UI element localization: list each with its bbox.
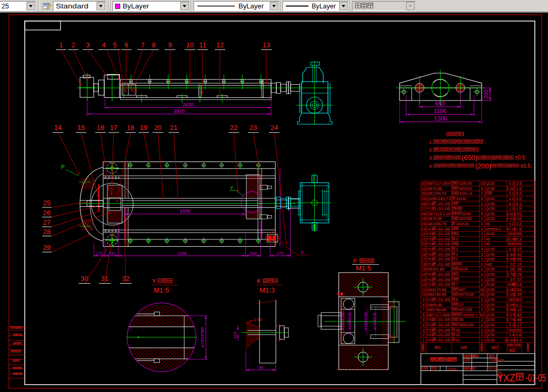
svg-text:172: 172	[96, 251, 103, 256]
svg-text:ø15: ø15	[233, 331, 237, 339]
svg-text:1300: 1300	[434, 115, 447, 122]
svg-text:45: 45	[486, 222, 490, 226]
svg-text:5: 5	[456, 237, 458, 242]
svg-text:12: 12	[216, 41, 224, 49]
svg-text:-01-05: -01-05	[525, 372, 546, 384]
svg-text:Q235: Q235	[486, 216, 495, 221]
svg-text:Q235: Q235	[486, 313, 495, 317]
svg-text:50: 50	[459, 317, 463, 322]
svg-text:0.3: 0.3	[516, 181, 521, 186]
svg-text:5: 5	[423, 317, 425, 322]
svg-text:28: 28	[43, 228, 51, 236]
svg-text:1: 1	[481, 257, 483, 262]
svg-text:0.01: 0.01	[507, 216, 514, 221]
svg-text:3.: 3.	[429, 155, 433, 160]
svg-text:26: 26	[43, 209, 51, 217]
svg-text:11: 11	[199, 41, 206, 49]
svg-text:M1:3: M1:3	[260, 286, 275, 294]
svg-text:Standard: Standard	[56, 3, 88, 10]
svg-text:15: 15	[422, 267, 426, 272]
svg-text:12: 12	[517, 262, 521, 267]
svg-text:P: P	[353, 258, 357, 264]
svg-text:3.75: 3.75	[514, 272, 521, 277]
svg-text:3293: 3293	[448, 367, 456, 371]
svg-text:GB1154-74: GB1154-74	[426, 191, 446, 196]
svg-text:259: 259	[508, 232, 514, 236]
svg-text:1.0: 1.0	[509, 196, 514, 201]
svg-text:9: 9	[423, 297, 425, 302]
svg-text:0.28: 0.28	[507, 186, 514, 191]
svg-text:1:50: 1:50	[254, 317, 262, 322]
svg-text:-01-05: -01-05	[436, 317, 450, 322]
svg-text:Q235: Q235	[486, 252, 495, 257]
svg-text:14: 14	[422, 272, 426, 277]
svg-text:29: 29	[422, 196, 426, 201]
svg-text:26: 26	[422, 212, 426, 216]
svg-text:K: K	[301, 250, 304, 255]
svg-text:1: 1	[481, 277, 483, 282]
svg-text:2: 2	[481, 303, 483, 307]
svg-text:Q235: Q235	[486, 323, 495, 327]
svg-text:02: 02	[456, 333, 460, 337]
svg-text:-01-05: -01-05	[436, 257, 450, 262]
svg-text:0.15: 0.15	[507, 292, 514, 297]
svg-text:2630: 2630	[183, 102, 194, 107]
svg-text:2: 2	[481, 307, 483, 312]
svg-text:17: 17	[422, 257, 426, 262]
svg-text:ByLayer: ByLayer	[238, 3, 264, 10]
svg-text:22: 22	[230, 124, 237, 132]
svg-text:20: 20	[154, 124, 162, 132]
svg-text:50: 50	[480, 313, 484, 317]
svg-text:1.: 1.	[429, 139, 433, 145]
svg-text:GB75-85: GB75-85	[426, 216, 442, 221]
svg-text:7: 7	[423, 307, 425, 312]
svg-text:1.4: 1.4	[509, 333, 514, 337]
svg-text:0.01: 0.01	[514, 216, 521, 221]
svg-text:GB5780-86: GB5780-86	[426, 307, 446, 312]
svg-text:1: 1	[423, 338, 425, 343]
svg-text:31: 31	[422, 186, 426, 191]
svg-text:1.5: 1.5	[509, 206, 514, 211]
svg-text:ByLayer: ByLayer	[312, 3, 336, 10]
svg-text:2.: 2.	[429, 147, 433, 153]
svg-text:Q235: Q235	[486, 202, 495, 206]
svg-text:GB/T117-2000: GB/T117-2000	[426, 181, 451, 186]
svg-text:-01-05: -01-05	[436, 277, 450, 282]
svg-text:6.1: 6.1	[516, 202, 521, 206]
svg-text:1: 1	[481, 206, 483, 211]
svg-text:0.74: 0.74	[507, 317, 514, 322]
svg-text:Q235: Q235	[486, 307, 495, 312]
svg-text:90: 90	[258, 365, 263, 370]
svg-text:-01-05: -01-05	[436, 282, 450, 287]
svg-text:1: 1	[481, 272, 483, 277]
svg-text:2.34: 2.34	[514, 292, 521, 297]
svg-text:0.3: 0.3	[509, 191, 514, 196]
svg-text:-01-05: -01-05	[436, 338, 450, 343]
svg-text:1935: 1935	[180, 208, 191, 214]
svg-text:(650): (650)	[462, 154, 477, 162]
svg-text:-01-05: -01-05	[436, 206, 450, 211]
svg-text:(200): (200)	[475, 162, 491, 170]
svg-text:5: 5	[113, 41, 116, 49]
svg-text:M50X160: M50X160	[459, 323, 474, 327]
svg-text:30: 30	[422, 191, 426, 196]
svg-text:28: 28	[510, 267, 514, 272]
svg-text:830.5: 830.5	[512, 282, 521, 287]
svg-text:19: 19	[422, 247, 426, 252]
svg-text:2: 2	[481, 282, 483, 287]
svg-text:0.22: 0.22	[514, 247, 521, 252]
svg-text:M20X20: M20X20	[459, 186, 472, 191]
svg-text:13: 13	[422, 277, 426, 282]
svg-text:1.42: 1.42	[507, 252, 514, 257]
svg-text:3.0: 3.0	[516, 196, 521, 201]
svg-text:ZG35: ZG35	[486, 338, 495, 343]
svg-text:Q/ZB1183-73: Q/ZB1183-73	[426, 196, 451, 201]
svg-text:-01-05: -01-05	[436, 262, 450, 267]
svg-text:16: 16	[480, 292, 484, 297]
svg-text:18: 18	[127, 124, 134, 132]
svg-text:0.27: 0.27	[507, 313, 514, 317]
svg-text:0.1: 0.1	[516, 303, 521, 307]
svg-text:1: 1	[481, 262, 483, 267]
svg-text:4.: 4.	[429, 164, 433, 169]
svg-text:ø130H7/j6: ø130H7/j6	[373, 313, 377, 329]
